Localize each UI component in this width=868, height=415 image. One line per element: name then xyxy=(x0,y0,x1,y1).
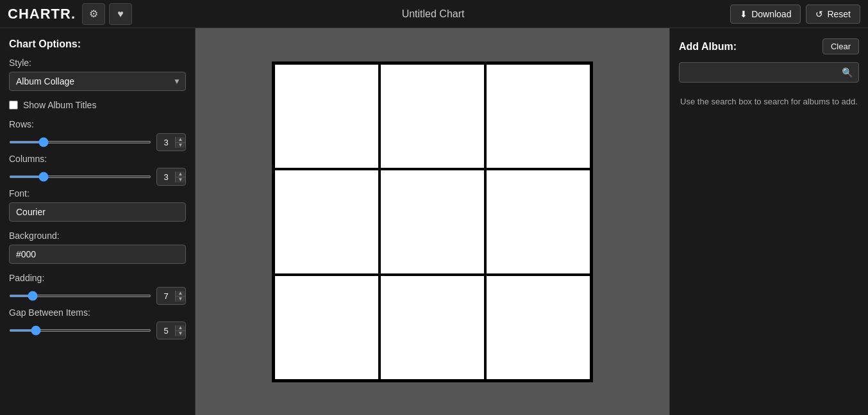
chart-cell[interactable] xyxy=(274,275,380,380)
right-panel: Add Album: Clear 🔍 Use the search box to… xyxy=(669,28,868,415)
chart-cell[interactable] xyxy=(380,169,485,275)
logo: CHARTR. xyxy=(8,6,76,22)
download-button[interactable]: ⬇ Download xyxy=(730,4,801,24)
gap-slider[interactable] xyxy=(9,329,151,332)
chart-title: Untitled Chart xyxy=(136,8,730,20)
show-titles-label[interactable]: Show Album Titles xyxy=(23,100,96,110)
heart-button[interactable]: ♥ xyxy=(109,3,132,25)
background-label: Background: xyxy=(9,231,186,241)
padding-slider[interactable] xyxy=(9,295,151,297)
chart-grid xyxy=(272,61,593,382)
padding-number-input[interactable] xyxy=(157,291,175,301)
chart-cell[interactable] xyxy=(274,169,380,275)
rows-spin-down[interactable]: ▼ xyxy=(176,143,185,148)
heart-icon: ♥ xyxy=(117,8,124,20)
chart-cell[interactable] xyxy=(485,275,591,380)
columns-spin-down[interactable]: ▼ xyxy=(176,177,185,183)
gap-label: Gap Between Items: xyxy=(9,307,186,318)
padding-label: Padding: xyxy=(9,273,186,283)
columns-spin-buttons: ▲ ▼ xyxy=(175,172,185,183)
album-search-input[interactable] xyxy=(679,62,859,83)
add-album-title: Add Album: xyxy=(679,41,737,53)
download-icon: ⬇ xyxy=(740,9,747,19)
canvas-area xyxy=(196,28,669,415)
padding-number-box: ▲ ▼ xyxy=(156,287,186,305)
chart-cell[interactable] xyxy=(274,63,380,169)
search-hint: Use the search box to search for albums … xyxy=(679,95,859,108)
columns-number-box: ▲ ▼ xyxy=(156,168,186,186)
padding-spin-buttons: ▲ ▼ xyxy=(175,291,185,302)
sidebar: Chart Options: Style: Album Collage Top … xyxy=(0,28,196,415)
chart-options-title: Chart Options: xyxy=(9,38,186,50)
settings-button[interactable]: ⚙ xyxy=(82,3,105,25)
gear-icon: ⚙ xyxy=(89,8,98,20)
columns-label: Columns: xyxy=(9,154,186,164)
right-panel-header: Add Album: Clear xyxy=(679,38,859,54)
rows-slider-row: ▲ ▼ xyxy=(9,133,186,151)
gap-number-box: ▲ ▼ xyxy=(156,321,186,339)
rows-label: Rows: xyxy=(9,119,186,129)
rows-number-box: ▲ ▼ xyxy=(156,133,186,151)
show-titles-checkbox[interactable] xyxy=(9,101,18,110)
columns-number-input[interactable] xyxy=(157,172,175,182)
header: CHARTR. ⚙ ♥ Untitled Chart ⬇ Download ↺ … xyxy=(0,0,868,28)
show-titles-row: Show Album Titles xyxy=(9,100,186,110)
chart-cell[interactable] xyxy=(380,275,485,380)
font-label: Font: xyxy=(9,188,186,199)
rows-spin-buttons: ▲ ▼ xyxy=(175,137,185,148)
search-box: 🔍 xyxy=(679,62,859,83)
rows-number-input[interactable] xyxy=(157,138,175,147)
background-input[interactable] xyxy=(9,245,186,264)
style-label: Style: xyxy=(9,58,186,68)
gap-slider-row: ▲ ▼ xyxy=(9,321,186,339)
gap-number-input[interactable] xyxy=(157,326,175,336)
padding-slider-row: ▲ ▼ xyxy=(9,287,186,305)
gap-spin-buttons: ▲ ▼ xyxy=(175,325,185,336)
reset-icon: ↺ xyxy=(815,9,823,19)
chart-cell[interactable] xyxy=(380,63,485,169)
font-input[interactable] xyxy=(9,202,186,222)
main-layout: Chart Options: Style: Album Collage Top … xyxy=(0,28,868,415)
columns-slider[interactable] xyxy=(9,175,151,178)
padding-spin-down[interactable]: ▼ xyxy=(176,297,185,302)
style-select[interactable]: Album Collage Top Albums Bar Chart xyxy=(9,72,186,91)
reset-button[interactable]: ↺ Reset xyxy=(806,4,860,24)
gap-spin-down[interactable]: ▼ xyxy=(176,331,185,336)
clear-button[interactable]: Clear xyxy=(822,38,859,54)
chart-cell[interactable] xyxy=(485,63,591,169)
rows-slider[interactable] xyxy=(9,141,151,143)
chart-cell[interactable] xyxy=(485,169,591,275)
style-select-wrapper: Album Collage Top Albums Bar Chart ▼ xyxy=(9,72,186,91)
columns-slider-row: ▲ ▼ xyxy=(9,168,186,186)
header-actions: ⬇ Download ↺ Reset xyxy=(730,4,860,24)
